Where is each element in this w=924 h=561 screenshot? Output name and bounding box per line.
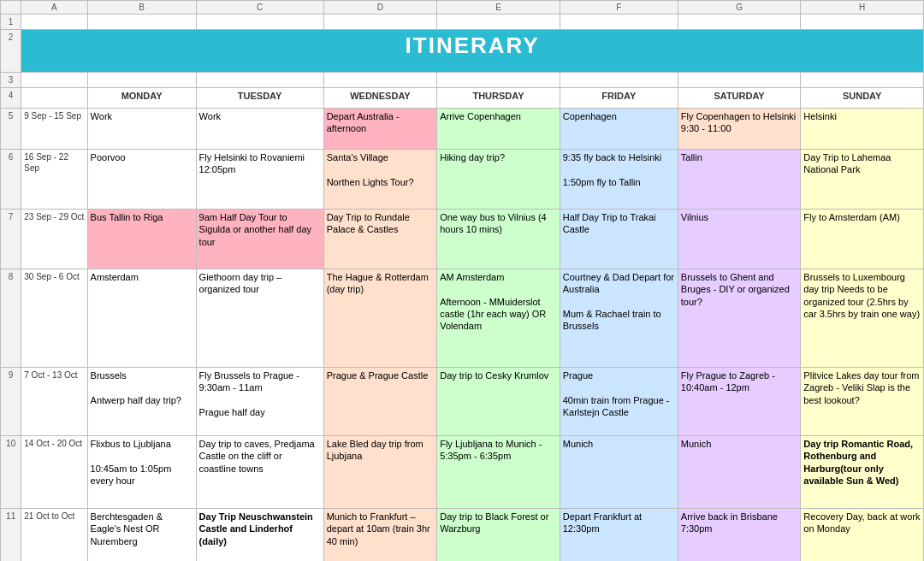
- cell-9-wed: Prague & Prague Castle: [323, 368, 437, 436]
- row-4-headers: 4 MONDAY TUESDAY WEDNESDAY THURSDAY FRID…: [1, 88, 924, 109]
- cell-5-fri: Copenhagen: [560, 109, 678, 150]
- row-8: 8 30 Sep - 6 Oct Amsterdam Giethoorn day…: [1, 269, 924, 368]
- cell-7-mon: Bus Tallin to Riga: [87, 210, 196, 269]
- friday-header: FRIDAY: [560, 88, 678, 109]
- row-num-9: 9: [1, 368, 21, 436]
- cell-7-thu: One way bus to Vilnius (4 hours 10 mins): [437, 210, 560, 269]
- cell-6-thu: Hiking day trip?: [437, 150, 560, 210]
- row-6: 6 16 Sep - 22 Sep Poorvoo Fly Helsinki t…: [1, 150, 924, 210]
- cell-9-thu: Day trip to Cesky Krumlov: [437, 368, 560, 436]
- cell-11-tue: Day Trip Neuschwanstein Castle and Linde…: [196, 509, 323, 562]
- cell-9-tue: Fly Brussels to Prague - 9:30am - 11amPr…: [196, 368, 323, 436]
- cell-11-wed: Munich to Frankfurt – depart at 10am (tr…: [323, 509, 437, 562]
- cell-6-tue: Fly Helsinki to Rovaniemi 12:05pm: [196, 150, 323, 210]
- row-num-10: 10: [1, 436, 21, 509]
- week-5-label: 9 Sep - 15 Sep: [21, 109, 87, 150]
- cell-8-fri: Courtney & Dad Depart for AustraliaMum &…: [560, 269, 678, 368]
- cell-5-sat: Fly Copenhagen to Helsinki 9:30 - 11:00: [678, 109, 801, 150]
- cell-6-mon: Poorvoo: [87, 150, 196, 210]
- cell-10-thu: Fly Ljubljana to Munich - 5:35pm - 6:35p…: [437, 436, 560, 509]
- wednesday-header: WEDNESDAY: [323, 88, 437, 109]
- col-a-header: A: [21, 1, 87, 15]
- cell-11-sat: Arrive back in Brisbane 7:30pm: [678, 509, 801, 562]
- cell-6-wed: Santa's VillageNorthen Lights Tour?: [323, 150, 437, 210]
- cell-7-tue: 9am Half Day Tour to Sigulda or another …: [196, 210, 323, 269]
- cell-10-fri: Munich: [560, 436, 678, 509]
- row-num-3: 3: [1, 73, 21, 88]
- thursday-header: THURSDAY: [437, 88, 560, 109]
- cell-9-sat: Fly Prague to Zagreb - 10:40am - 12pm: [678, 368, 801, 436]
- cell-11-sun: Recovery Day, back at work on Monday: [801, 509, 924, 562]
- cell-5-tue: Work: [196, 109, 323, 150]
- monday-header: MONDAY: [87, 88, 196, 109]
- col-e-header: E: [437, 1, 560, 15]
- row-5: 5 9 Sep - 15 Sep Work Work Depart Austra…: [1, 109, 924, 150]
- spreadsheet: A B C D E F G H 1 2 ITINERARY: [0, 0, 924, 561]
- saturday-header: SATURDAY: [678, 88, 801, 109]
- row-3: 3: [1, 73, 924, 88]
- tuesday-header: TUESDAY: [196, 88, 323, 109]
- week-6-label: 16 Sep - 22 Sep: [21, 150, 87, 210]
- cell-7-fri: Half Day Trip to Trakai Castle: [560, 210, 678, 269]
- cell-7-sun: Fly to Amsterdam (AM): [801, 210, 924, 269]
- cell-10-mon: Flixbus to Ljubljana10:45am to 1:05pm ev…: [87, 436, 196, 509]
- col-b-header: B: [87, 1, 196, 15]
- cell-9-fri: Prague40min train from Prague - Karlstej…: [560, 368, 678, 436]
- cell-10-wed: Lake Bled day trip from Ljubjana: [323, 436, 437, 509]
- week-11-label: 21 Oct to Oct: [21, 509, 87, 562]
- cell-8-wed: The Hague & Rotterdam (day trip): [323, 269, 437, 368]
- row-num-2: 2: [1, 30, 21, 73]
- cell-6-sun: Day Trip to Lahemaa National Park: [801, 150, 924, 210]
- cell-5-wed: Depart Australia - afternoon: [323, 109, 437, 150]
- week-7-label: 23 Sep - 29 Oct: [21, 210, 87, 269]
- cell-7-sat: Vilnius: [678, 210, 801, 269]
- corner-cell: [1, 1, 21, 15]
- week-col-header: [21, 88, 87, 109]
- cell-8-tue: Giethoorn day trip – organized tour: [196, 269, 323, 368]
- row-num-1: 1: [1, 15, 21, 30]
- row-10: 10 14 Oct - 20 Oct Flixbus to Ljubljana1…: [1, 436, 924, 509]
- row-1: 1: [1, 15, 924, 30]
- col-g-header: G: [678, 1, 801, 15]
- row-num-11: 11: [1, 509, 21, 562]
- row-num-7: 7: [1, 210, 21, 269]
- cell-8-mon: Amsterdam: [87, 269, 196, 368]
- cell-7-wed: Day Trip to Rundale Palace & Castles: [323, 210, 437, 269]
- cell-9-sun: Plitvice Lakes day tour from Zagreb - Ve…: [801, 368, 924, 436]
- cell-5-mon: Work: [87, 109, 196, 150]
- cell-10-tue: Day trip to caves, Predjama Castle on th…: [196, 436, 323, 509]
- row-num-5: 5: [1, 109, 21, 150]
- row-11: 11 21 Oct to Oct Berchtesgaden & Eagle's…: [1, 509, 924, 562]
- cell-10-sat: Munich: [678, 436, 801, 509]
- cell-11-mon: Berchtesgaden & Eagle's Nest OR Nurember…: [87, 509, 196, 562]
- row-7: 7 23 Sep - 29 Oct Bus Tallin to Riga 9am…: [1, 210, 924, 269]
- cell-6-sat: Tallin: [678, 150, 801, 210]
- sunday-header: SUNDAY: [801, 88, 924, 109]
- cell-11-fri: Depart Frankfurt at 12:30pm: [560, 509, 678, 562]
- cell-8-sun: Brussels to Luxembourg day trip Needs to…: [801, 269, 924, 368]
- cell-5-thu: Arrive Copenhagen: [437, 109, 560, 150]
- week-8-label: 30 Sep - 6 Oct: [21, 269, 87, 368]
- col-h-header: H: [801, 1, 924, 15]
- cell-8-sat: Brussels to Ghent and Bruges - DIY or or…: [678, 269, 801, 368]
- row-2-title: 2 ITINERARY: [1, 30, 924, 73]
- row-num-8: 8: [1, 269, 21, 368]
- cell-5-sun: Helsinki: [801, 109, 924, 150]
- cell-9-mon: BrusselsAntwerp half day trip?: [87, 368, 196, 436]
- week-9-label: 7 Oct - 13 Oct: [21, 368, 87, 436]
- week-10-label: 14 Oct - 20 Oct: [21, 436, 87, 509]
- col-d-header: D: [323, 1, 437, 15]
- cell-11-thu: Day trip to Black Forest or Warzburg: [437, 509, 560, 562]
- cell-10-sun: Day trip Romantic Road, Rothenburg and H…: [801, 436, 924, 509]
- row-num-6: 6: [1, 150, 21, 210]
- title-cell: ITINERARY: [21, 30, 924, 73]
- col-f-header: F: [560, 1, 678, 15]
- row-9: 9 7 Oct - 13 Oct BrusselsAntwerp half da…: [1, 368, 924, 436]
- cell-6-fri: 9:35 fly back to Helsinki1:50pm fly to T…: [560, 150, 678, 210]
- row-num-4: 4: [1, 88, 21, 109]
- col-c-header: C: [196, 1, 323, 15]
- cell-8-thu: AM AmsterdamAfternoon - MMuiderslot cast…: [437, 269, 560, 368]
- col-header-row: A B C D E F G H: [1, 1, 924, 15]
